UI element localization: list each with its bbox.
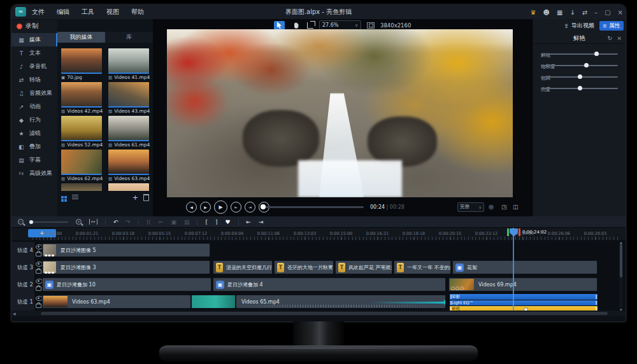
playback-progress-bar[interactable]: [263, 206, 364, 208]
media-thumbnail[interactable]: [61, 82, 102, 108]
vertical-scroll-thumb[interactable]: [620, 244, 622, 277]
slider-track[interactable]: [541, 76, 618, 78]
reset-icon[interactable]: ↻: [607, 33, 612, 43]
cut-icon[interactable]: ✂: [159, 219, 164, 225]
undo-icon[interactable]: ↶: [113, 219, 118, 225]
split-icon[interactable]: )(: [147, 219, 151, 225]
marker-icon[interactable]: ♥: [225, 219, 230, 225]
zoom-out-icon[interactable]: −: [18, 219, 24, 225]
sidebar-item-recorder[interactable]: ♪ 录音机: [11, 60, 57, 73]
sidebar-item-text[interactable]: T 文本: [11, 46, 57, 60]
media-item[interactable]: ▥ Videos 61.mp4: [108, 116, 149, 148]
fullscreen-icon[interactable]: ◳: [501, 204, 507, 210]
jump-end-button[interactable]: ⇥: [245, 202, 255, 213]
minimize-icon[interactable]: –: [594, 9, 598, 16]
record-button[interactable]: 录制: [17, 22, 38, 31]
dual-screen-icon[interactable]: ◫: [513, 204, 519, 210]
mark-out-icon[interactable]: ]: [215, 219, 218, 225]
media-thumbnail[interactable]: [108, 48, 149, 74]
media-item[interactable]: ▥ Videos 43.mp4: [108, 82, 149, 115]
media-item[interactable]: ▥ Videos 63.mp4: [108, 150, 149, 182]
timeline-clip-title[interactable]: T一年又一年 不变的向往: [394, 260, 451, 274]
media-item[interactable]: ▥ Videos 41.mp4: [108, 48, 149, 81]
menu-help[interactable]: 帮助: [131, 8, 144, 17]
timeline-clip-image[interactable]: ●●●夏日沙滩图像 3: [42, 260, 210, 274]
menu-view[interactable]: 视图: [106, 8, 119, 17]
delete-icon[interactable]: [143, 194, 149, 201]
paste-icon[interactable]: ▤: [184, 219, 190, 225]
slider-track[interactable]: [541, 53, 618, 55]
download-icon[interactable]: ↓: [569, 9, 575, 16]
lock-icon[interactable]: [36, 269, 41, 274]
progress-thumb[interactable]: [261, 204, 266, 209]
video-preview-canvas[interactable]: [167, 29, 513, 197]
timeline-clip-title[interactable]: T风吹起芦花 芦苇摇曳: [335, 260, 392, 274]
redo-icon[interactable]: ↷: [125, 219, 131, 225]
zoom-in-icon[interactable]: +: [76, 219, 82, 225]
sidebar-item-filter[interactable]: ★ 滤镜: [11, 127, 57, 140]
media-thumbnail[interactable]: [108, 183, 149, 191]
sidebar-item-transition[interactable]: ⇄ 转场: [11, 73, 57, 87]
play-button[interactable]: ▶: [214, 200, 227, 214]
media-item[interactable]: ▥ Videos 62.mp4: [61, 150, 102, 182]
media-item[interactable]: [108, 183, 149, 191]
media-thumbnail[interactable]: [61, 183, 102, 191]
timeline-clip-video[interactable]: Videos 63.mp4: [42, 295, 191, 309]
timeline-clip-video[interactable]: Videos 65.mp4: [236, 295, 446, 309]
snapshot-icon[interactable]: ◎: [489, 204, 494, 210]
export-video-button[interactable]: ⇧ 导出视频: [564, 22, 594, 30]
horizontal-scrollbar[interactable]: ◀: [11, 311, 626, 316]
lock-icon[interactable]: [36, 304, 41, 308]
timeline-clip-transition[interactable]: [191, 295, 236, 309]
media-thumbnail[interactable]: [61, 150, 102, 175]
media-item[interactable]: ▥ Videos 52.mp4: [61, 116, 102, 148]
next-edit-icon[interactable]: ⇥: [259, 219, 264, 225]
previous-edit-icon[interactable]: ⇤: [247, 219, 252, 225]
sidebar-item-overlay[interactable]: ◧ 叠加: [11, 140, 57, 153]
crown-icon[interactable]: ♛: [531, 9, 536, 16]
media-thumbnail[interactable]: [108, 150, 149, 175]
list-view-icon[interactable]: [72, 195, 78, 200]
sync-icon[interactable]: ⇄: [582, 9, 587, 16]
jump-start-button[interactable]: ⇤: [231, 202, 241, 213]
close-icon[interactable]: ×: [617, 33, 622, 43]
account-icon[interactable]: ☻: [543, 9, 549, 16]
sidebar-item-media[interactable]: ▦ 媒体: [11, 33, 57, 46]
lock-icon[interactable]: [36, 252, 41, 256]
slider-track[interactable]: [541, 65, 618, 66]
timeline-clip-image[interactable]: ●●●夏日沙滩图像 5: [42, 243, 210, 257]
slider-thumb[interactable]: [594, 52, 599, 56]
timeline-clip-title[interactable]: T苍茫的大地一片秋黄: [274, 260, 334, 274]
sidebar-item-subtitle[interactable]: ▤ 字幕: [11, 153, 57, 167]
media-item[interactable]: ▣ 70.jpg: [61, 48, 102, 81]
timeline-clip-overlay[interactable]: ▣夏日沙滩叠加 4: [213, 277, 446, 291]
fit-timeline-icon[interactable]: ↔: [89, 219, 97, 225]
horizontal-scroll-thumb[interactable]: [41, 312, 608, 315]
timeline-zoom-slider[interactable]: [31, 221, 68, 223]
next-frame-button[interactable]: ▶: [200, 202, 211, 213]
select-tool-button[interactable]: [274, 21, 285, 30]
grid-view-icon[interactable]: [61, 196, 64, 199]
menu-edit[interactable]: 编辑: [57, 8, 69, 17]
lock-icon[interactable]: [36, 286, 41, 291]
mark-in-icon[interactable]: [: [205, 219, 208, 225]
maximize-icon[interactable]: ▢: [605, 9, 610, 16]
sidebar-item-advanced-effect[interactable]: FX 高级效果: [11, 167, 57, 180]
copy-icon[interactable]: ▣: [171, 219, 176, 225]
crop-tool-button[interactable]: [307, 22, 313, 29]
sidebar-item-animation[interactable]: ↗ 动画: [11, 100, 57, 113]
menu-tools[interactable]: 工具: [82, 8, 94, 17]
media-thumbnail[interactable]: [108, 82, 149, 108]
media-item[interactable]: ▥ Videos 42.mp4: [61, 82, 102, 115]
timeline-clip-overlay[interactable]: ▣夏日沙滩叠加 10: [42, 277, 211, 291]
menu-file[interactable]: 文件: [32, 8, 45, 17]
timeline-clip-overlay[interactable]: ▣花絮: [452, 260, 598, 274]
timeline-clip-video[interactable]: ○○○Videos 69.mp4: [448, 277, 598, 291]
sidebar-item-audio-effect[interactable]: ♫ 音频效果: [11, 87, 57, 100]
fit-mode-select[interactable]: 完整 ∨: [457, 202, 484, 212]
media-thumbnail[interactable]: [61, 48, 102, 74]
slider-track[interactable]: [541, 88, 618, 89]
zoom-level-select[interactable]: 27.6% ∨: [319, 20, 361, 30]
previous-frame-button[interactable]: ◀: [186, 202, 197, 213]
effect-bar[interactable]: Light EQ™: [450, 300, 598, 305]
